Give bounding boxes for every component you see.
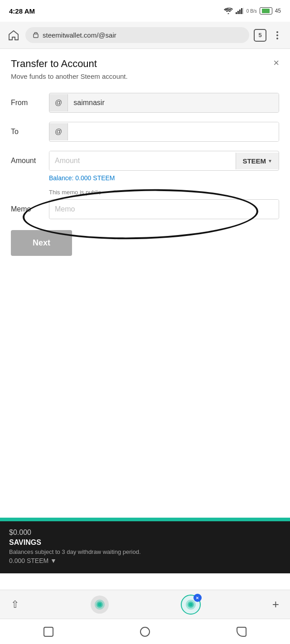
savings-content: $0.000 SAVINGS Balances subject to 3 day… [0, 521, 290, 573]
from-input-wrapper: @ [49, 93, 279, 113]
main-content: Transfer to Account × Move funds to anot… [0, 49, 290, 272]
from-row: From @ [11, 93, 279, 113]
amount-input[interactable] [49, 151, 236, 170]
currency-select[interactable]: STEEM ▼ [236, 153, 279, 169]
memo-input[interactable] [49, 200, 279, 219]
currency-dropdown-arrow: ▼ [268, 159, 272, 163]
balance-text: Balance: 0.000 STEEM [49, 174, 279, 182]
signal-icon [236, 8, 244, 14]
svg-rect-4 [243, 8, 244, 14]
from-label: From [11, 99, 43, 107]
memo-row: Memo [11, 199, 279, 219]
recents-icon [44, 627, 53, 637]
form-header: Transfer to Account × [11, 58, 279, 70]
wifi-icon [224, 8, 233, 14]
transfer-form: Transfer to Account × Move funds to anot… [0, 49, 290, 272]
nav-home-button[interactable] [136, 623, 154, 641]
lock-icon [33, 31, 39, 39]
currency-label: STEEM [242, 157, 266, 165]
close-button[interactable]: × [273, 58, 279, 68]
url-bar[interactable]: steemitwallet.com/@sair [25, 27, 249, 43]
nav-recents-button[interactable] [39, 623, 58, 641]
amount-row: Amount STEEM ▼ [11, 151, 279, 171]
menu-icon[interactable] [271, 31, 284, 39]
teal-divider [0, 518, 290, 521]
browser-bar: steemitwallet.com/@sair 5 [0, 22, 290, 49]
back-arrow-icon[interactable]: ⇧ [11, 599, 19, 610]
svg-rect-0 [236, 12, 237, 14]
form-subtitle: Move funds to another Steem account. [11, 72, 279, 80]
amount-input-wrapper: STEEM ▼ [49, 151, 279, 171]
svg-rect-2 [239, 10, 241, 14]
tab-badge[interactable]: 5 [254, 29, 266, 42]
status-bar: 4:28 AM 0 B/s 45 [0, 0, 290, 22]
to-label: To [11, 128, 43, 136]
savings-label: SAVINGS [9, 538, 281, 547]
system-nav-bar [0, 619, 290, 644]
tab-close-badge[interactable]: × [193, 594, 202, 602]
to-at-symbol: @ [49, 123, 68, 140]
form-title: Transfer to Account [11, 58, 97, 70]
back-nav-icon [237, 627, 246, 637]
memo-note: This memo is public [49, 189, 279, 196]
savings-dollar-amount: $0.000 [9, 529, 281, 537]
tab-circle-active[interactable]: × [181, 595, 201, 615]
status-time: 4:28 AM [9, 7, 35, 15]
add-tab-button[interactable]: + [272, 597, 279, 611]
svg-point-11 [189, 603, 193, 606]
steem-icon-1 [94, 599, 106, 610]
svg-point-8 [98, 603, 102, 606]
battery-icon [260, 7, 272, 14]
svg-rect-3 [241, 8, 242, 14]
memo-input-wrapper [49, 199, 279, 219]
nav-back-button[interactable] [232, 623, 251, 641]
savings-desc: Balances subject to 3 day withdraw waiti… [9, 548, 281, 555]
data-speed: 0 B/s [246, 9, 257, 14]
from-input[interactable] [68, 93, 279, 112]
next-button[interactable]: Next [11, 230, 72, 256]
from-at-symbol: @ [49, 94, 68, 111]
browser-bottom-bar: ⇧ × + [0, 590, 290, 619]
tab-circle-1[interactable] [91, 596, 109, 614]
home-nav-icon [140, 627, 150, 637]
status-icons: 0 B/s 45 [224, 7, 281, 14]
url-text: steemitwallet.com/@sair [43, 31, 116, 39]
svg-rect-5 [34, 34, 38, 38]
savings-balance: 0.000 STEEM ▼ [9, 557, 281, 564]
svg-rect-1 [237, 11, 239, 14]
to-row: To @ [11, 122, 279, 142]
to-input-wrapper: @ [49, 122, 279, 142]
amount-label: Amount [11, 157, 43, 165]
home-icon[interactable] [6, 28, 21, 43]
to-input[interactable] [68, 122, 279, 141]
battery-pct: 45 [275, 8, 281, 14]
savings-section: $0.000 SAVINGS Balances subject to 3 day… [0, 518, 290, 573]
memo-label: Memo [11, 205, 43, 213]
